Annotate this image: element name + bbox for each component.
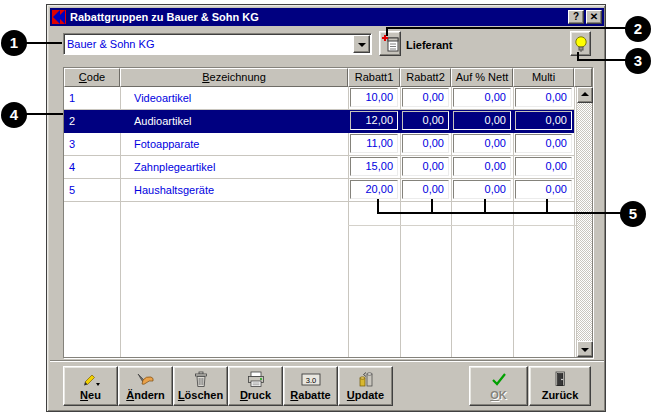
- callout-2-tick: [386, 27, 388, 36]
- callout-1: 1: [1, 30, 27, 56]
- multi-field[interactable]: 0,00: [515, 134, 572, 153]
- cell-bezeichnung: Fotoapparate: [120, 133, 348, 155]
- rabatt1-field[interactable]: 10,00: [350, 88, 398, 107]
- callout-4-line: [26, 113, 63, 115]
- auf-nett-field[interactable]: 0,00: [453, 157, 511, 176]
- checkmark-icon: [490, 372, 508, 387]
- app-icon: [52, 10, 66, 24]
- version-box-icon: 3.0: [299, 372, 323, 387]
- callout-2-line: [386, 27, 626, 29]
- column-header-rabatt1[interactable]: Rabatt1: [348, 68, 400, 87]
- auf-nett-field[interactable]: 0,00: [453, 111, 511, 130]
- dialog-window: Rabattgruppen zu Bauer & Sohn KG ? ✕ Bau…: [46, 4, 606, 412]
- rabatt1-field[interactable]: 20,00: [350, 180, 398, 199]
- table-row[interactable]: 5 Haushaltsgeräte 20,00 0,00 0,00 0,00: [64, 179, 574, 202]
- multi-field[interactable]: 0,00: [515, 180, 572, 199]
- hint-button[interactable]: [570, 31, 591, 56]
- hand-edit-icon: [136, 371, 156, 387]
- table-row[interactable]: 3 Fotoapparate 11,00 0,00 0,00 0,00: [64, 133, 574, 156]
- auf-nett-field[interactable]: 0,00: [453, 88, 511, 107]
- rabatt1-field[interactable]: 12,00: [350, 111, 398, 130]
- callout-1-line: [26, 42, 62, 44]
- auf-nett-field[interactable]: 0,00: [453, 134, 511, 153]
- druck-button[interactable]: Druck: [228, 366, 283, 406]
- lightbulb-icon: [572, 34, 590, 54]
- scroll-up-button[interactable]: [577, 87, 593, 103]
- multi-field[interactable]: 0,00: [515, 88, 572, 107]
- pencil-icon: [81, 371, 101, 387]
- callout-5: 5: [620, 201, 646, 227]
- screenshot-root: Rabattgruppen zu Bauer & Sohn KG ? ✕ Bau…: [0, 0, 652, 415]
- auf-nett-field[interactable]: 0,00: [453, 180, 511, 199]
- cell-bezeichnung: Zahnplegeartikel: [120, 156, 348, 178]
- supplier-label: Lieferant: [406, 39, 452, 51]
- callout-3: 3: [625, 48, 651, 74]
- supplier-combobox[interactable]: Bauer & Sohn KG: [63, 33, 372, 55]
- cell-code: 3: [64, 133, 120, 155]
- trash-icon: [192, 371, 210, 388]
- cell-code: 4: [64, 156, 120, 178]
- close-button[interactable]: ✕: [586, 10, 602, 24]
- cell-code: 2: [64, 110, 120, 132]
- table-row-selected[interactable]: 2 Audioartikel 12,00 0,00 0,00 0,00: [64, 110, 574, 133]
- callout-2: 2: [625, 16, 651, 42]
- rabatte-button[interactable]: 3.0 Rabatte: [283, 366, 338, 406]
- cell-code: 5: [64, 179, 120, 201]
- rabatt2-field[interactable]: 0,00: [402, 111, 449, 130]
- cell-code: 1: [64, 87, 120, 109]
- rabatt1-field[interactable]: 11,00: [350, 134, 398, 153]
- aendern-button[interactable]: Ändern: [118, 366, 173, 406]
- rabatt2-field[interactable]: 0,00: [402, 134, 449, 153]
- update-button[interactable]: Update: [338, 366, 393, 406]
- coins-icon: [356, 371, 376, 388]
- rabatt2-field[interactable]: 0,00: [402, 180, 449, 199]
- rabatt2-field[interactable]: 0,00: [402, 88, 449, 107]
- add-supplier-icon: [381, 34, 401, 53]
- cell-bezeichnung: Videoartikel: [120, 87, 348, 109]
- table-body: 1 Videoartikel 10,00 0,00 0,00 0,00 2 Au…: [64, 87, 574, 202]
- multi-field[interactable]: 0,00: [515, 111, 572, 130]
- separator-line: [50, 360, 604, 362]
- vertical-scrollbar[interactable]: [576, 87, 592, 357]
- rabatt1-field[interactable]: 15,00: [350, 157, 398, 176]
- combobox-dropdown-button[interactable]: [353, 35, 370, 53]
- scroll-down-button[interactable]: [577, 341, 593, 357]
- chevron-down-icon: [358, 43, 366, 47]
- column-header-auf-nett[interactable]: Auf % Nett: [451, 68, 513, 87]
- table-header: Code Bezeichnung Rabatt1 Rabatt2 Auf % N…: [64, 68, 592, 87]
- window-title: Rabattgruppen zu Bauer & Sohn KG: [70, 11, 566, 23]
- cell-bezeichnung: Audioartikel: [120, 110, 348, 132]
- svg-text:3.0: 3.0: [305, 375, 315, 384]
- scroll-down-icon: [581, 348, 589, 352]
- zurueck-button[interactable]: Zurück: [529, 366, 591, 406]
- callout-5-line: [377, 212, 622, 214]
- scroll-up-icon: [581, 92, 589, 96]
- multi-field[interactable]: 0,00: [515, 157, 572, 176]
- column-header-rabatt2[interactable]: Rabatt2: [400, 68, 451, 87]
- table-row[interactable]: 4 Zahnplegeartikel 15,00 0,00 0,00 0,00: [64, 156, 574, 179]
- table-gridline-row: [348, 225, 590, 226]
- supplier-lookup-button[interactable]: [379, 31, 401, 56]
- title-bar: Rabattgruppen zu Bauer & Sohn KG ? ✕: [50, 8, 604, 26]
- column-header-bezeichnung[interactable]: Bezeichnung: [120, 68, 348, 87]
- neu-button[interactable]: Neu: [63, 366, 118, 406]
- callout-3-line: [577, 59, 626, 61]
- supplier-combobox-value: Bauer & Sohn KG: [67, 37, 349, 52]
- table-row[interactable]: 1 Videoartikel 10,00 0,00 0,00 0,00: [64, 87, 574, 110]
- printer-icon: [246, 371, 266, 388]
- loeschen-button[interactable]: Löschen: [173, 366, 228, 406]
- rabatt2-field[interactable]: 0,00: [402, 157, 449, 176]
- column-header-filler: [574, 68, 592, 87]
- cell-bezeichnung: Haushaltsgeräte: [120, 179, 348, 201]
- door-icon: [552, 371, 568, 387]
- help-button[interactable]: ?: [568, 10, 584, 24]
- ok-button[interactable]: OK: [469, 366, 528, 406]
- callout-4: 4: [1, 102, 27, 128]
- column-header-code[interactable]: Code: [64, 68, 120, 87]
- column-header-multi[interactable]: Multi: [513, 68, 574, 87]
